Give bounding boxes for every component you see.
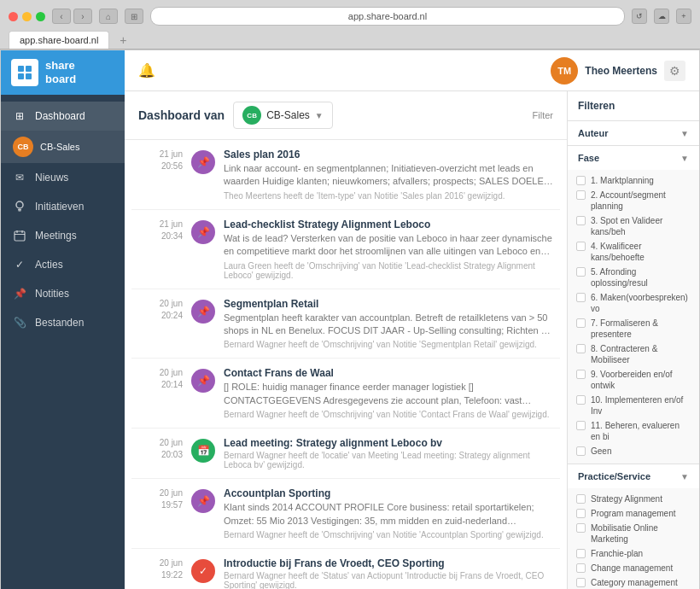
feed-item-meta: Bernard Wagner heeft de 'Omschrijving' v… [224, 530, 553, 539]
filter-item[interactable]: Category management [576, 575, 691, 589]
filter-checkbox[interactable] [576, 578, 586, 587]
feed-item-desc: Wat is de lead? Versterken van de positi… [224, 232, 553, 259]
app-wrapper: share board ⊞ Dashboard CB CB-Sales ✉ Ni… [0, 50, 700, 589]
svg-rect-6 [19, 211, 21, 212]
filter-item[interactable]: Mobilisatie Online Marketing [576, 521, 691, 546]
feed-item[interactable]: 20 jun20:14 📌 Contact Frans de Waal [] R… [131, 359, 560, 429]
minimize-button[interactable] [22, 12, 32, 21]
filter-item[interactable]: 4. Kwalificeer kans/behoefte [576, 239, 691, 265]
forward-button[interactable]: › [73, 9, 92, 24]
filter-item[interactable]: Geen [576, 444, 691, 458]
filter-item[interactable]: Franchie-plan [576, 546, 691, 561]
sidebar-item-cb-sales[interactable]: CB CB-Sales [1, 131, 125, 163]
filter-section-auteur: Auteur ▼ [568, 121, 699, 146]
logo-line1: share [45, 59, 76, 73]
filter-checkbox[interactable] [576, 267, 586, 277]
grid-button[interactable]: ⊞ [125, 9, 143, 24]
filter-item-label: 11. Beheren, evalueren en bi [591, 420, 691, 442]
address-bar[interactable]: app.share-board.nl [150, 7, 625, 26]
filter-section-header-auteur[interactable]: Auteur ▼ [568, 121, 699, 145]
filter-item[interactable]: 7. Formaliseren & presentere [576, 316, 691, 341]
feed-item[interactable]: 21 jun20:56 📌 Sales plan 2016 Link naar … [131, 140, 560, 210]
filter-checkbox[interactable] [576, 370, 586, 379]
tab-bar: app.share-board.nl + [9, 31, 691, 49]
feed-date: 20 jun20:03 [138, 437, 183, 461]
filter-item[interactable]: 10. Implementeren en/of Inv [576, 393, 691, 418]
filter-checkbox[interactable] [576, 395, 586, 405]
filter-checkbox[interactable] [576, 190, 586, 200]
cloud-button[interactable]: ☁ [654, 9, 669, 24]
sidebar-item-acties[interactable]: ✓ Acties [1, 250, 125, 279]
filter-item-label: 7. Formaliseren & presentere [591, 318, 691, 340]
back-button[interactable]: ‹ [52, 9, 71, 24]
feed-content: Contact Frans de Waal [] ROLE: huidig ma… [224, 367, 553, 419]
sidebar-item-initiatieven[interactable]: Initiatieven [1, 192, 125, 221]
sidebar-item-meetings[interactable]: Meetings [1, 221, 125, 250]
filter-checkbox[interactable] [576, 421, 586, 430]
close-button[interactable] [9, 12, 18, 21]
feed-icon: 📌 [191, 220, 215, 244]
filter-checkbox[interactable] [576, 293, 586, 302]
feed-area: Dashboard van CB CB-Sales ▼ Filter 21 ju… [125, 91, 567, 589]
filter-button[interactable]: Filter [533, 110, 553, 120]
filter-checkbox[interactable] [576, 216, 586, 225]
feed-item[interactable]: 20 jun20:03 📅 Lead meeting: Strategy ali… [131, 429, 560, 479]
bell-icon[interactable]: 🔔 [138, 62, 155, 79]
feed-item[interactable]: 20 jun19:57 📌 Accountplan Sporting Klant… [131, 479, 560, 549]
filter-item-label: 2. Account/segment planning [591, 190, 691, 212]
filter-checkbox[interactable] [576, 509, 586, 518]
filter-section-header-practice[interactable]: Practice/Service ▼ [568, 464, 699, 488]
maximize-button[interactable] [36, 12, 45, 21]
settings-button[interactable]: ⚙ [664, 61, 685, 81]
tab-label: app.share-board.nl [20, 35, 98, 45]
filter-checkbox[interactable] [576, 318, 586, 328]
feed-date: 20 jun19:22 [138, 557, 183, 581]
filter-section-header-fase[interactable]: Fase ▼ [568, 146, 699, 170]
lightbulb-icon [13, 200, 26, 213]
filter-item[interactable]: 5. Afronding oplossing/resul [576, 265, 691, 290]
home-button[interactable]: ⌂ [99, 9, 118, 24]
filter-item[interactable]: Strategy Alignment [576, 492, 691, 506]
feed-item-desc: Klant sinds 2014 ACCOUNT PROFILE Core bu… [224, 501, 553, 528]
filter-item-label: 4. Kwalificeer kans/behoefte [591, 241, 691, 263]
filter-checkbox[interactable] [576, 494, 586, 504]
sidebar-item-dashboard[interactable]: ⊞ Dashboard [1, 102, 125, 131]
svg-rect-7 [15, 231, 25, 241]
filter-item[interactable]: 3. Spot en Valideer kans/beh [576, 213, 691, 239]
filter-checkbox[interactable] [576, 344, 586, 353]
filter-checkbox[interactable] [576, 563, 586, 573]
feed-item[interactable]: 20 jun19:22 ✓ Introductie bij Frans de V… [131, 549, 560, 589]
filter-checkbox[interactable] [576, 523, 586, 533]
filter-item-label: Franchie-plan [591, 548, 643, 559]
feed-item[interactable]: 21 jun20:34 📌 Lead-checklist Strategy Al… [131, 210, 560, 289]
feed-title: Dashboard van [138, 108, 225, 122]
sidebar-label-dashboard: Dashboard [35, 110, 85, 122]
filter-item[interactable]: Program management [576, 506, 691, 521]
filter-item-label: 1. Marktplanning [591, 175, 654, 186]
filter-checkbox[interactable] [576, 242, 586, 251]
filter-item[interactable]: 9. Voorbereiden en/of ontwik [576, 367, 691, 393]
filter-item[interactable]: 8. Contracteren & Mobiliseer [576, 341, 691, 367]
filter-item[interactable]: 2. Account/segment planning [576, 188, 691, 213]
filter-checkbox[interactable] [576, 176, 586, 185]
sidebar-item-notities[interactable]: 📌 Notities [1, 279, 125, 308]
filter-item[interactable]: 11. Beheren, evalueren en bi [576, 418, 691, 444]
new-tab-button[interactable]: + [114, 32, 131, 49]
add-tab-button[interactable]: + [676, 9, 691, 24]
filter-item[interactable]: 1. Marktplanning [576, 173, 691, 188]
user-initials: TM [557, 66, 571, 76]
sidebar-item-bestanden[interactable]: 📎 Bestanden [1, 308, 125, 337]
filter-item[interactable]: Change management [576, 561, 691, 575]
active-tab[interactable]: app.share-board.nl [9, 31, 109, 49]
filter-item[interactable]: 6. Maken(voorbespreken) vo [576, 290, 691, 316]
sidebar-item-nieuws[interactable]: ✉ Nieuws [1, 163, 125, 192]
board-selector[interactable]: CB CB-Sales ▼ [233, 102, 333, 129]
feed-icon: ✓ [191, 559, 215, 583]
refresh-button[interactable]: ↺ [632, 9, 647, 24]
filter-item-label: Geen [591, 446, 611, 457]
main-area: 🔔 TM Theo Meertens ⚙ Dashboard van CB CB… [125, 50, 699, 589]
filter-checkbox[interactable] [576, 549, 586, 558]
filter-checkbox[interactable] [576, 446, 586, 456]
app-header: 🔔 TM Theo Meertens ⚙ [125, 50, 699, 91]
feed-item[interactable]: 20 jun20:24 📌 Segmentplan Retail Segment… [131, 289, 560, 359]
